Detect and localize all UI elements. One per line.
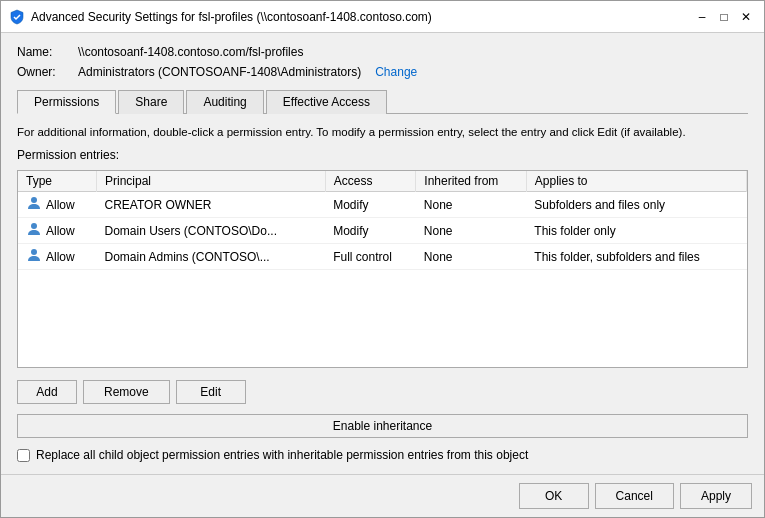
tab-permissions[interactable]: Permissions [17, 90, 116, 114]
tab-share[interactable]: Share [118, 90, 184, 114]
replace-checkbox-label: Replace all child object permission entr… [36, 448, 528, 462]
svg-point-2 [31, 249, 37, 255]
cell-access: Modify [325, 192, 416, 218]
owner-row: Owner: Administrators (CONTOSOANF-1408\A… [17, 65, 748, 79]
minimize-button[interactable]: – [692, 7, 712, 27]
cell-access: Full control [325, 244, 416, 270]
cell-inherited: None [416, 244, 526, 270]
table-row[interactable]: AllowDomain Users (CONTOSO\Do...ModifyNo… [18, 218, 747, 244]
name-value: \\contosoanf-1408.contoso.com/fsl-profil… [78, 45, 303, 59]
footer: OK Cancel Apply [1, 474, 764, 517]
cell-applies: This folder only [526, 218, 746, 244]
user-icon [26, 221, 42, 240]
main-content: Name: \\contosoanf-1408.contoso.com/fsl-… [1, 33, 764, 474]
cell-type: Allow [18, 244, 96, 269]
user-icon [26, 195, 42, 214]
col-applies: Applies to [526, 171, 746, 192]
owner-value: Administrators (CONTOSOANF-1408\Administ… [78, 65, 361, 79]
close-button[interactable]: ✕ [736, 7, 756, 27]
permission-entries-label: Permission entries: [17, 148, 748, 162]
owner-label: Owner: [17, 65, 72, 79]
perm-action-buttons: Add Remove Edit [17, 380, 748, 404]
user-icon [26, 247, 42, 266]
add-button[interactable]: Add [17, 380, 77, 404]
name-label: Name: [17, 45, 72, 59]
svg-point-0 [31, 197, 37, 203]
replace-checkbox[interactable] [17, 449, 30, 462]
change-link[interactable]: Change [375, 65, 417, 79]
ok-button[interactable]: OK [519, 483, 589, 509]
permission-table: Type Principal Access Inherited from App… [18, 171, 747, 270]
cancel-button[interactable]: Cancel [595, 483, 674, 509]
cell-applies: Subfolders and files only [526, 192, 746, 218]
edit-button[interactable]: Edit [176, 380, 246, 404]
cell-inherited: None [416, 192, 526, 218]
tab-auditing[interactable]: Auditing [186, 90, 263, 114]
name-row: Name: \\contosoanf-1408.contoso.com/fsl-… [17, 45, 748, 59]
col-principal: Principal [96, 171, 325, 192]
tab-bar: Permissions Share Auditing Effective Acc… [17, 89, 748, 114]
info-text: For additional information, double-click… [17, 124, 748, 140]
shield-icon [9, 9, 25, 25]
cell-type: Allow [18, 192, 96, 217]
cell-applies: This folder, subfolders and files [526, 244, 746, 270]
svg-point-1 [31, 223, 37, 229]
window-title: Advanced Security Settings for fsl-profi… [31, 10, 432, 24]
cell-access: Modify [325, 218, 416, 244]
permission-table-container: Type Principal Access Inherited from App… [17, 170, 748, 368]
cell-principal: Domain Users (CONTOSO\Do... [96, 218, 325, 244]
cell-inherited: None [416, 218, 526, 244]
col-inherited: Inherited from [416, 171, 526, 192]
title-bar-left: Advanced Security Settings for fsl-profi… [9, 9, 432, 25]
table-row[interactable]: AllowCREATOR OWNERModifyNoneSubfolders a… [18, 192, 747, 218]
maximize-button[interactable]: □ [714, 7, 734, 27]
main-window: Advanced Security Settings for fsl-profi… [0, 0, 765, 518]
tab-effective-access[interactable]: Effective Access [266, 90, 387, 114]
cell-principal: Domain Admins (CONTOSO\... [96, 244, 325, 270]
title-controls: – □ ✕ [692, 7, 756, 27]
col-access: Access [325, 171, 416, 192]
col-type: Type [18, 171, 96, 192]
enable-inheritance-button[interactable]: Enable inheritance [17, 414, 748, 438]
title-bar: Advanced Security Settings for fsl-profi… [1, 1, 764, 33]
table-row[interactable]: AllowDomain Admins (CONTOSO\...Full cont… [18, 244, 747, 270]
remove-button[interactable]: Remove [83, 380, 170, 404]
cell-type: Allow [18, 218, 96, 243]
cell-principal: CREATOR OWNER [96, 192, 325, 218]
replace-checkbox-row: Replace all child object permission entr… [17, 448, 748, 462]
apply-button[interactable]: Apply [680, 483, 752, 509]
